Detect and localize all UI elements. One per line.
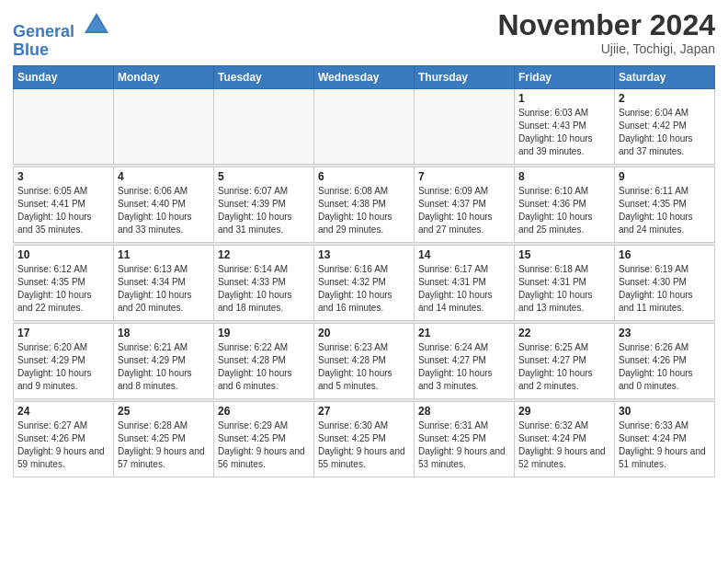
day-info: Sunrise: 6:03 AM Sunset: 4:43 PM Dayligh… xyxy=(518,107,610,158)
day-cell: 19Sunrise: 6:22 AM Sunset: 4:28 PM Dayli… xyxy=(214,323,314,398)
day-info: Sunrise: 6:12 AM Sunset: 4:35 PM Dayligh… xyxy=(17,263,109,315)
day-number: 24 xyxy=(17,405,109,418)
day-number: 2 xyxy=(619,92,711,105)
day-cell: 3Sunrise: 6:05 AM Sunset: 4:41 PM Daylig… xyxy=(14,167,114,242)
day-number: 30 xyxy=(619,405,711,418)
day-number: 17 xyxy=(17,327,109,339)
day-cell: 14Sunrise: 6:17 AM Sunset: 4:31 PM Dayli… xyxy=(415,245,515,320)
day-info: Sunrise: 6:25 AM Sunset: 4:27 PM Dayligh… xyxy=(518,341,610,393)
day-number: 7 xyxy=(418,170,510,183)
day-number: 4 xyxy=(118,170,210,183)
day-info: Sunrise: 6:13 AM Sunset: 4:34 PM Dayligh… xyxy=(118,263,210,315)
day-cell: 12Sunrise: 6:14 AM Sunset: 4:33 PM Dayli… xyxy=(214,245,314,320)
day-cell: 15Sunrise: 6:18 AM Sunset: 4:31 PM Dayli… xyxy=(515,245,615,320)
day-number: 28 xyxy=(418,405,510,418)
day-number: 18 xyxy=(118,327,210,339)
day-info: Sunrise: 6:10 AM Sunset: 4:36 PM Dayligh… xyxy=(518,185,610,236)
day-number: 8 xyxy=(518,170,610,183)
day-number: 29 xyxy=(518,405,610,418)
logo: General Blue xyxy=(13,9,110,60)
day-number: 1 xyxy=(518,92,610,105)
day-cell: 5Sunrise: 6:07 AM Sunset: 4:39 PM Daylig… xyxy=(214,167,314,242)
day-cell: 29Sunrise: 6:32 AM Sunset: 4:24 PM Dayli… xyxy=(515,401,615,477)
day-cell: 1Sunrise: 6:03 AM Sunset: 4:43 PM Daylig… xyxy=(515,88,615,164)
day-info: Sunrise: 6:32 AM Sunset: 4:24 PM Dayligh… xyxy=(518,419,610,471)
day-info: Sunrise: 6:22 AM Sunset: 4:28 PM Dayligh… xyxy=(218,341,310,393)
day-number: 23 xyxy=(619,327,711,339)
day-cell: 26Sunrise: 6:29 AM Sunset: 4:25 PM Dayli… xyxy=(214,401,314,477)
day-info: Sunrise: 6:06 AM Sunset: 4:40 PM Dayligh… xyxy=(118,185,210,236)
day-cell: 23Sunrise: 6:26 AM Sunset: 4:26 PM Dayli… xyxy=(615,323,715,398)
col-header-tuesday: Tuesday xyxy=(214,65,314,88)
col-header-monday: Monday xyxy=(114,65,214,88)
day-info: Sunrise: 6:05 AM Sunset: 4:41 PM Dayligh… xyxy=(17,185,109,236)
day-cell: 8Sunrise: 6:10 AM Sunset: 4:36 PM Daylig… xyxy=(515,167,615,242)
day-cell xyxy=(114,88,214,164)
day-cell: 4Sunrise: 6:06 AM Sunset: 4:40 PM Daylig… xyxy=(114,167,214,242)
day-number: 3 xyxy=(17,170,109,183)
day-info: Sunrise: 6:33 AM Sunset: 4:24 PM Dayligh… xyxy=(619,419,711,471)
day-info: Sunrise: 6:30 AM Sunset: 4:25 PM Dayligh… xyxy=(318,419,410,471)
day-cell: 10Sunrise: 6:12 AM Sunset: 4:35 PM Dayli… xyxy=(14,245,114,320)
day-info: Sunrise: 6:07 AM Sunset: 4:39 PM Dayligh… xyxy=(218,185,310,236)
title-block: November 2024 Ujiie, Tochigi, Japan xyxy=(497,9,715,56)
day-number: 11 xyxy=(118,248,210,261)
calendar-table: SundayMondayTuesdayWednesdayThursdayFrid… xyxy=(13,65,715,477)
day-info: Sunrise: 6:11 AM Sunset: 4:35 PM Dayligh… xyxy=(619,185,711,236)
logo-text: General xyxy=(13,9,110,41)
day-number: 6 xyxy=(318,170,410,183)
day-cell: 30Sunrise: 6:33 AM Sunset: 4:24 PM Dayli… xyxy=(615,401,715,477)
day-cell: 25Sunrise: 6:28 AM Sunset: 4:25 PM Dayli… xyxy=(114,401,214,477)
week-row-5: 24Sunrise: 6:27 AM Sunset: 4:26 PM Dayli… xyxy=(14,401,715,477)
day-info: Sunrise: 6:17 AM Sunset: 4:31 PM Dayligh… xyxy=(418,263,510,315)
day-number: 16 xyxy=(619,248,711,261)
day-number: 13 xyxy=(318,248,410,261)
week-row-3: 10Sunrise: 6:12 AM Sunset: 4:35 PM Dayli… xyxy=(14,245,715,320)
day-info: Sunrise: 6:31 AM Sunset: 4:25 PM Dayligh… xyxy=(418,419,510,471)
day-info: Sunrise: 6:29 AM Sunset: 4:25 PM Dayligh… xyxy=(218,419,310,471)
day-cell: 20Sunrise: 6:23 AM Sunset: 4:28 PM Dayli… xyxy=(314,323,415,398)
day-cell xyxy=(314,88,415,164)
day-cell: 16Sunrise: 6:19 AM Sunset: 4:30 PM Dayli… xyxy=(615,245,715,320)
day-number: 5 xyxy=(218,170,310,183)
page-container: General Blue November 2024 Ujiie, Tochig… xyxy=(0,0,728,485)
day-info: Sunrise: 6:23 AM Sunset: 4:28 PM Dayligh… xyxy=(318,341,410,393)
location: Ujiie, Tochigi, Japan xyxy=(497,41,715,56)
calendar-header-row: SundayMondayTuesdayWednesdayThursdayFrid… xyxy=(14,65,715,88)
logo-general: General xyxy=(13,22,74,40)
day-info: Sunrise: 6:16 AM Sunset: 4:32 PM Dayligh… xyxy=(318,263,410,315)
day-cell: 2Sunrise: 6:04 AM Sunset: 4:42 PM Daylig… xyxy=(615,88,715,164)
col-header-thursday: Thursday xyxy=(415,65,515,88)
day-info: Sunrise: 6:28 AM Sunset: 4:25 PM Dayligh… xyxy=(118,419,210,471)
day-cell xyxy=(415,88,515,164)
day-cell xyxy=(214,88,314,164)
day-cell: 6Sunrise: 6:08 AM Sunset: 4:38 PM Daylig… xyxy=(314,167,415,242)
day-cell: 7Sunrise: 6:09 AM Sunset: 4:37 PM Daylig… xyxy=(415,167,515,242)
day-cell xyxy=(14,88,114,164)
day-info: Sunrise: 6:21 AM Sunset: 4:29 PM Dayligh… xyxy=(118,341,210,393)
day-number: 15 xyxy=(518,248,610,261)
day-cell: 17Sunrise: 6:20 AM Sunset: 4:29 PM Dayli… xyxy=(14,323,114,398)
logo-icon xyxy=(83,9,110,37)
month-title: November 2024 xyxy=(497,9,715,41)
day-info: Sunrise: 6:08 AM Sunset: 4:38 PM Dayligh… xyxy=(318,185,410,236)
week-row-4: 17Sunrise: 6:20 AM Sunset: 4:29 PM Dayli… xyxy=(14,323,715,398)
logo-blue: Blue xyxy=(13,41,110,60)
day-cell: 18Sunrise: 6:21 AM Sunset: 4:29 PM Dayli… xyxy=(114,323,214,398)
day-number: 12 xyxy=(218,248,310,261)
day-cell: 24Sunrise: 6:27 AM Sunset: 4:26 PM Dayli… xyxy=(14,401,114,477)
day-cell: 28Sunrise: 6:31 AM Sunset: 4:25 PM Dayli… xyxy=(415,401,515,477)
day-cell: 21Sunrise: 6:24 AM Sunset: 4:27 PM Dayli… xyxy=(415,323,515,398)
day-cell: 11Sunrise: 6:13 AM Sunset: 4:34 PM Dayli… xyxy=(114,245,214,320)
col-header-wednesday: Wednesday xyxy=(314,65,415,88)
col-header-saturday: Saturday xyxy=(615,65,715,88)
week-row-1: 1Sunrise: 6:03 AM Sunset: 4:43 PM Daylig… xyxy=(14,88,715,164)
day-cell: 9Sunrise: 6:11 AM Sunset: 4:35 PM Daylig… xyxy=(615,167,715,242)
day-info: Sunrise: 6:26 AM Sunset: 4:26 PM Dayligh… xyxy=(619,341,711,393)
day-info: Sunrise: 6:24 AM Sunset: 4:27 PM Dayligh… xyxy=(418,341,510,393)
day-info: Sunrise: 6:19 AM Sunset: 4:30 PM Dayligh… xyxy=(619,263,711,315)
day-info: Sunrise: 6:09 AM Sunset: 4:37 PM Dayligh… xyxy=(418,185,510,236)
day-info: Sunrise: 6:04 AM Sunset: 4:42 PM Dayligh… xyxy=(619,107,711,158)
day-number: 10 xyxy=(17,248,109,261)
day-info: Sunrise: 6:20 AM Sunset: 4:29 PM Dayligh… xyxy=(17,341,109,393)
